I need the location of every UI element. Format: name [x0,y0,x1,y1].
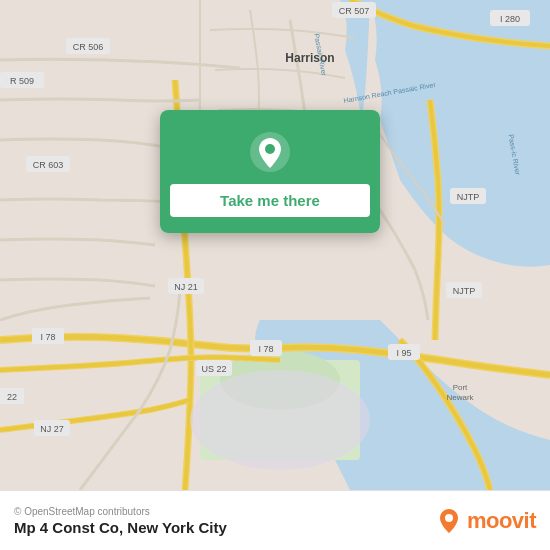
svg-text:22: 22 [7,392,17,402]
bottom-bar: © OpenStreetMap contributors Mp 4 Const … [0,490,550,550]
svg-point-39 [265,144,275,154]
popup-card: Take me there [160,110,380,233]
svg-point-40 [445,514,453,522]
svg-text:NJ 27: NJ 27 [40,424,64,434]
svg-text:Newark: Newark [446,393,474,402]
svg-text:I 95: I 95 [396,348,411,358]
svg-text:NJTP: NJTP [453,286,476,296]
svg-text:NJ 21: NJ 21 [174,282,198,292]
svg-text:CR 507: CR 507 [339,6,370,16]
popup-green-section: Take me there [160,110,380,233]
svg-text:NJTP: NJTP [457,192,480,202]
bottom-info: © OpenStreetMap contributors Mp 4 Const … [14,506,227,536]
svg-text:I 280: I 280 [500,14,520,24]
svg-text:I 78: I 78 [40,332,55,342]
location-pin-icon [248,130,292,174]
map-background: CR 507 I 280 CR 506 R 509 Harrison Harri… [0,0,550,490]
svg-point-35 [190,370,370,470]
moovit-brand-text: moovit [467,508,536,534]
location-title: Mp 4 Const Co, New York City [14,519,227,536]
svg-text:R 509: R 509 [10,76,34,86]
moovit-logo: moovit [435,507,536,535]
attribution-text: © OpenStreetMap contributors [14,506,227,517]
moovit-pin-icon [435,507,463,535]
svg-text:CR 603: CR 603 [33,160,64,170]
take-me-there-button[interactable]: Take me there [170,184,370,217]
svg-text:I 78: I 78 [258,344,273,354]
svg-text:US 22: US 22 [201,364,226,374]
map-container: CR 507 I 280 CR 506 R 509 Harrison Harri… [0,0,550,490]
svg-text:CR 506: CR 506 [73,42,104,52]
svg-text:Port: Port [453,383,468,392]
svg-text:Harrison: Harrison [285,51,334,65]
